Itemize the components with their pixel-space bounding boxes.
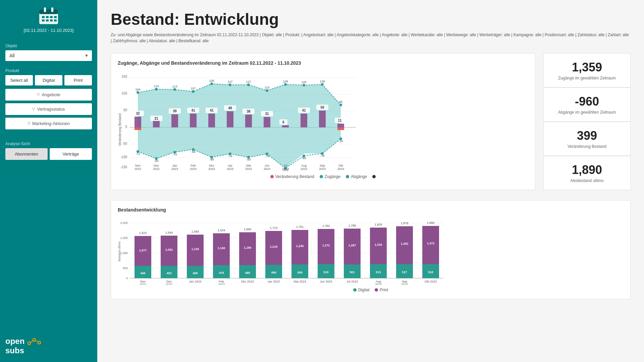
chart2-title: Bestandsentwicklung	[118, 207, 624, 213]
objekt-select-wrapper[interactable]: All ▼	[5, 50, 92, 61]
svg-text:Feb: Feb	[191, 164, 196, 167]
chart1-legend: Veränderung Bestand Zugänge Abgänge	[118, 174, 528, 179]
svg-text:2023: 2023	[208, 167, 215, 171]
svg-text:2023: 2023	[401, 283, 408, 285]
svg-text:518: 518	[428, 270, 433, 274]
filter-icon-angebote: ▽	[37, 93, 40, 97]
svg-text:-89: -89	[246, 158, 251, 161]
print-dot	[375, 288, 378, 292]
svg-text:39: 39	[173, 109, 177, 113]
svg-text:Mai: Mai	[246, 164, 251, 167]
select-all-button[interactable]: Select all	[5, 75, 33, 85]
stat-abgaenge: -960 Abgänge im gewählten Zeitraum	[543, 87, 631, 122]
print-button[interactable]: Print	[64, 75, 92, 85]
svg-text:104: 104	[135, 88, 140, 91]
chart1-svg: 150 100 50 0 -50 -100 -150 Veränderung B…	[118, 71, 359, 172]
abgaenge-dot	[346, 175, 349, 178]
angebote-filter-button[interactable]: ▽ Angebote	[5, 89, 92, 101]
veraenderung-label: Veränderung Bestand	[550, 144, 624, 149]
svg-text:1,500: 1,500	[120, 236, 128, 240]
svg-text:1,583: 1,583	[192, 230, 199, 233]
marketing-filter-button[interactable]: ▽ Marketing-Aktionen	[5, 118, 92, 129]
svg-rect-4	[42, 16, 45, 18]
svg-text:0: 0	[125, 125, 127, 129]
svg-text:1,000: 1,000	[120, 251, 128, 255]
sidebar: [02.11.2022 - 11.10.2023] Objekt All ▼ P…	[0, 0, 97, 362]
zugaenge-value: 1,359	[550, 60, 624, 74]
svg-text:1,245: 1,245	[296, 244, 304, 248]
svg-text:2,000: 2,000	[120, 221, 128, 225]
vertragsstatus-filter-button[interactable]: ▽ Vertragsstatus	[5, 103, 92, 115]
svg-point-12	[28, 342, 31, 345]
svg-rect-7	[54, 16, 57, 18]
svg-text:Mrz: Mrz	[209, 164, 214, 167]
svg-text:Bestand ultimo: Bestand ultimo	[118, 241, 121, 261]
svg-text:500: 500	[123, 266, 128, 270]
abonnenten-button[interactable]: Abonnenten	[5, 148, 48, 160]
svg-rect-8	[42, 19, 45, 21]
svg-rect-89	[282, 125, 289, 127]
svg-text:1,624: 1,624	[218, 229, 225, 232]
svg-text:458: 458	[193, 272, 198, 275]
svg-text:-79: -79	[265, 155, 269, 158]
svg-text:2023: 2023	[375, 283, 382, 285]
svg-text:2023: 2023	[245, 167, 252, 171]
bestand-section: Bestandsentwicklung 2,000 1,500 1,000 50…	[111, 200, 631, 299]
svg-text:110: 110	[264, 86, 269, 89]
svg-text:1,077: 1,077	[139, 249, 147, 252]
svg-text:2023: 2023	[264, 167, 270, 171]
svg-text:2023: 2023	[171, 167, 178, 171]
stats-panel: 1,359 Zugänge im gewählten Zeitraum -960…	[543, 53, 631, 190]
svg-text:-78: -78	[320, 154, 324, 158]
svg-text:41: 41	[210, 109, 214, 112]
svg-point-38	[229, 83, 231, 86]
svg-line-16	[36, 341, 38, 342]
svg-text:50: 50	[123, 108, 127, 112]
svg-text:113: 113	[172, 85, 177, 88]
svg-text:2023: 2023	[282, 167, 289, 171]
zugaenge-dot	[320, 175, 323, 178]
svg-text:-34: -34	[338, 139, 343, 143]
svg-text:1,782: 1,782	[322, 224, 330, 228]
svg-text:Jul 2023: Jul 2023	[346, 280, 358, 283]
svg-text:Dez: Dez	[154, 164, 159, 167]
svg-text:38: 38	[247, 110, 251, 113]
svg-text:2023: 2023	[227, 167, 233, 171]
svg-text:-72: -72	[136, 152, 140, 156]
calendar-icon	[39, 7, 59, 25]
svg-text:1,544: 1,544	[165, 231, 173, 234]
svg-text:1,180: 1,180	[244, 246, 252, 249]
svg-text:-66: -66	[191, 150, 195, 154]
svg-text:-93: -93	[154, 159, 158, 163]
logo-icon	[26, 337, 43, 346]
abgaenge-label: Abgänge im gewählten Zeitraum	[550, 110, 624, 115]
svg-point-44	[339, 104, 342, 106]
svg-rect-1	[39, 9, 58, 14]
stat-veraenderung: 399 Veränderung Bestand	[543, 122, 631, 156]
svg-rect-2	[44, 7, 46, 12]
svg-text:1,125: 1,125	[192, 247, 199, 251]
svg-text:485: 485	[245, 271, 250, 275]
svg-text:1,316: 1,316	[375, 243, 382, 246]
legend-abgaenge: Abgänge	[346, 174, 367, 179]
angebote-label: Angebote	[42, 92, 60, 97]
objekt-select[interactable]: All	[5, 50, 92, 61]
svg-point-34	[155, 88, 158, 90]
svg-text:Nov: Nov	[135, 164, 141, 167]
svg-text:-85: -85	[302, 157, 306, 160]
logo-subs-text: subs	[5, 346, 24, 355]
svg-marker-32	[138, 127, 341, 168]
digital-button[interactable]: Digital	[35, 75, 62, 85]
svg-rect-90	[301, 114, 307, 127]
svg-marker-31	[138, 84, 341, 127]
svg-text:-89: -89	[209, 158, 214, 161]
chart1-wrapper: 150 100 50 0 -50 -100 -150 Veränderung B…	[118, 71, 528, 172]
vertraege-button[interactable]: Verträge	[50, 148, 92, 160]
svg-rect-87	[245, 115, 252, 127]
filter-icon-marketing: ▽	[28, 121, 30, 126]
svg-text:2023: 2023	[190, 167, 197, 171]
svg-text:1,362: 1,362	[401, 242, 409, 245]
svg-text:510: 510	[323, 270, 328, 274]
svg-text:501: 501	[350, 270, 355, 274]
svg-text:127: 127	[227, 80, 232, 83]
